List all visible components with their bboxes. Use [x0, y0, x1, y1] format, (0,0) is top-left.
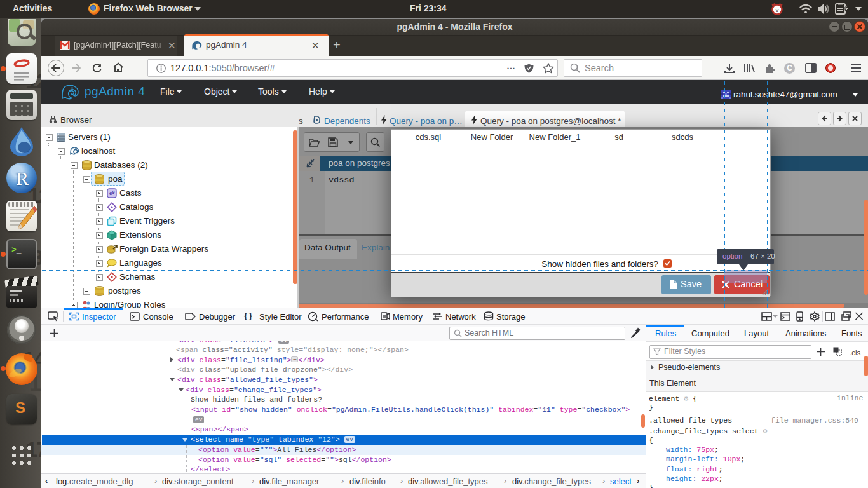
- svg-text:v: v: [776, 7, 779, 13]
- svg-text:9: 9: [112, 190, 115, 194]
